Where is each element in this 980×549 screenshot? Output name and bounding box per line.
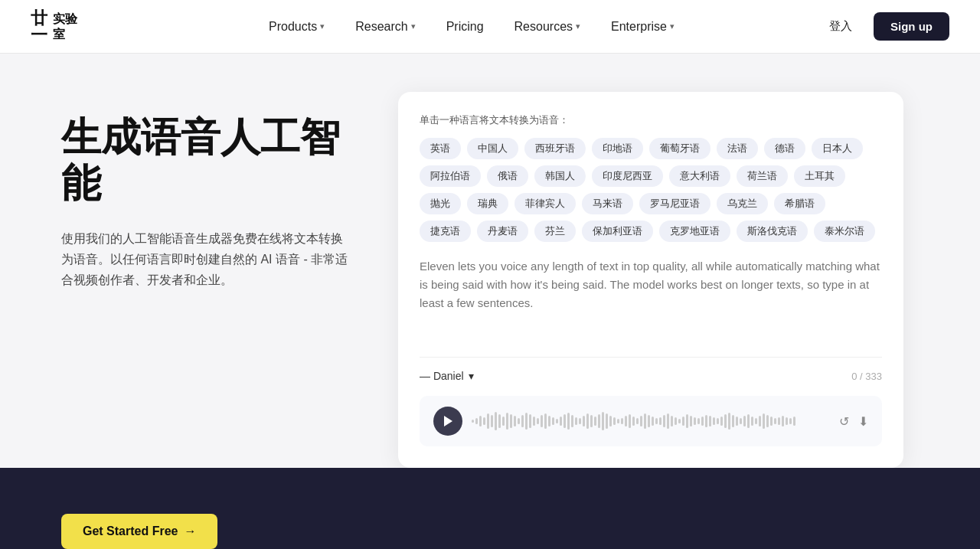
waveform-bar xyxy=(487,413,489,429)
chevron-down-icon: ▾ xyxy=(576,21,580,31)
language-tag[interactable]: 捷克语 xyxy=(420,221,471,242)
waveform-bar xyxy=(789,418,792,424)
waveform-bar xyxy=(740,418,742,424)
waveform-bar xyxy=(483,417,485,425)
language-tag[interactable]: 菲律宾人 xyxy=(514,193,576,214)
waveform-bar xyxy=(682,417,684,426)
language-tag[interactable]: 俄语 xyxy=(487,165,528,187)
waveform-bar xyxy=(736,417,738,426)
language-tag[interactable]: 印度尼西亚 xyxy=(592,165,663,187)
language-tag[interactable]: 罗马尼亚语 xyxy=(639,193,710,214)
waveform-bar xyxy=(770,417,773,426)
waveform-bar xyxy=(609,416,612,426)
language-tag[interactable]: 阿拉伯语 xyxy=(420,165,481,187)
chevron-down-icon: ▾ xyxy=(469,370,474,382)
language-tags: 英语中国人西班牙语印地语葡萄牙语法语德语日本人阿拉伯语俄语韩国人印度尼西亚意大利… xyxy=(420,138,882,242)
waveform-bar xyxy=(502,417,505,426)
waveform-bar xyxy=(655,418,658,424)
waveform-bar xyxy=(472,420,474,423)
language-tag[interactable]: 保加利亚语 xyxy=(582,221,653,242)
language-tag[interactable]: 西班牙语 xyxy=(524,138,586,159)
waveform-bar xyxy=(567,413,570,430)
play-button[interactable] xyxy=(433,407,462,436)
demo-card: 单击一种语言将文本转换为语音： 英语中国人西班牙语印地语葡萄牙语法语德语日本人阿… xyxy=(398,92,903,468)
language-tag[interactable]: 瑞典 xyxy=(467,193,508,214)
waveform-bar xyxy=(694,417,696,425)
language-tag[interactable]: 日本人 xyxy=(812,138,863,159)
audio-player: ↺ ⬇ xyxy=(420,396,882,446)
language-tag[interactable]: 斯洛伐克语 xyxy=(737,221,808,242)
waveform-bar xyxy=(602,412,604,430)
waveform-bar xyxy=(648,415,650,427)
waveform-bar xyxy=(667,413,669,429)
get-started-button[interactable]: Get Started Free → xyxy=(61,514,217,549)
waveform-bar xyxy=(537,418,539,424)
waveform-bar xyxy=(575,417,577,425)
play-icon xyxy=(443,415,453,427)
waveform-bar xyxy=(583,416,585,426)
waveform-bar xyxy=(518,418,520,424)
signup-button[interactable]: Sign up xyxy=(874,12,949,41)
waveform-bar xyxy=(613,417,616,425)
char-count: 0 / 333 xyxy=(851,371,882,382)
language-tag[interactable]: 意大利语 xyxy=(669,165,730,187)
language-tag[interactable]: 土耳其 xyxy=(794,165,845,187)
language-tag[interactable]: 印地语 xyxy=(592,138,643,159)
download-button[interactable]: ⬇ xyxy=(858,414,868,429)
waveform-bar xyxy=(763,413,765,429)
language-tag[interactable]: 马来语 xyxy=(582,193,633,214)
logo-icon: 廿一 xyxy=(31,10,47,44)
regenerate-button[interactable]: ↺ xyxy=(839,414,849,429)
waveform-bar xyxy=(724,414,727,428)
waveform-bar xyxy=(598,414,600,428)
voice-selector[interactable]: — Daniel ▾ xyxy=(420,370,474,382)
language-tag[interactable]: 葡萄牙语 xyxy=(649,138,710,159)
language-tag[interactable]: 荷兰语 xyxy=(737,165,788,187)
waveform-bar xyxy=(786,417,788,425)
language-tag[interactable]: 泰米尔语 xyxy=(814,221,875,242)
arrow-icon: → xyxy=(184,524,196,538)
language-tag[interactable]: 乌克兰 xyxy=(717,193,768,214)
waveform-bar xyxy=(506,413,508,430)
waveform-bar xyxy=(548,416,550,426)
nav-pricing[interactable]: Pricing xyxy=(433,14,498,40)
language-tag[interactable]: 英语 xyxy=(420,138,461,159)
login-button[interactable]: 登入 xyxy=(820,13,861,40)
language-tag[interactable]: 法语 xyxy=(717,138,758,159)
language-tag[interactable]: 克罗地亚语 xyxy=(659,221,730,242)
language-tag[interactable]: 德语 xyxy=(764,138,805,159)
waveform-bar xyxy=(728,413,730,430)
waveform-bar xyxy=(774,418,776,424)
waveform-bar xyxy=(747,414,750,428)
language-tag[interactable]: 中国人 xyxy=(467,138,518,159)
waveform-bar xyxy=(701,417,704,426)
waveform-bar xyxy=(617,419,619,423)
logo-text: 实验室 xyxy=(53,11,77,41)
nav-products[interactable]: Products ▾ xyxy=(255,14,338,40)
waveform-bar xyxy=(766,415,769,427)
logo[interactable]: 廿一 实验室 xyxy=(31,10,77,44)
waveform-bar xyxy=(640,416,642,426)
nav-research[interactable]: Research ▾ xyxy=(341,14,429,40)
waveform-bar xyxy=(671,416,673,426)
waveform-bar xyxy=(675,417,677,425)
language-tag[interactable]: 希腊语 xyxy=(774,193,825,214)
waveform-bar xyxy=(793,417,795,426)
chevron-down-icon: ▾ xyxy=(670,21,675,31)
language-tag[interactable]: 芬兰 xyxy=(534,221,576,242)
nav-enterprise[interactable]: Enterprise ▾ xyxy=(597,14,688,40)
demo-textarea[interactable] xyxy=(420,257,882,341)
language-tag[interactable]: 韩国人 xyxy=(534,165,586,187)
waveform-bar xyxy=(510,414,512,428)
waveform-bar xyxy=(564,414,566,428)
waveform-bar xyxy=(663,415,665,427)
hero-description: 使用我们的人工智能语音生成器免费在线将文本转换为语音。以任何语言即时创建自然的 … xyxy=(61,228,352,291)
waveform-bar xyxy=(498,414,501,428)
waveform-bar xyxy=(678,419,681,423)
waveform-bar xyxy=(629,414,631,428)
language-tag[interactable]: 丹麦语 xyxy=(477,221,528,242)
language-tag[interactable]: 抛光 xyxy=(420,193,461,214)
svg-marker-0 xyxy=(444,416,452,426)
hero-title: 生成语音人工智能 xyxy=(61,115,352,207)
nav-resources[interactable]: Resources ▾ xyxy=(501,14,594,40)
